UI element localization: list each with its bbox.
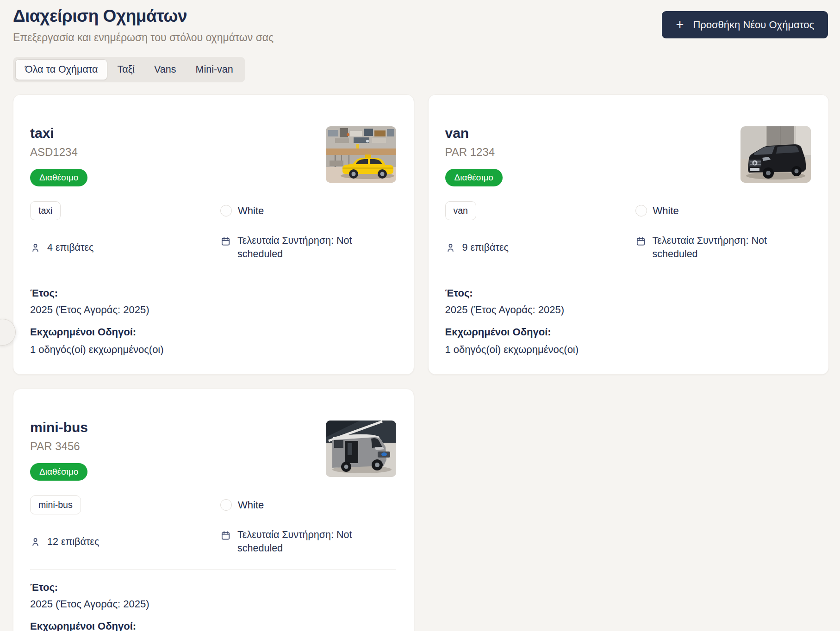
year-label: Έτος: [30,287,396,299]
maintenance-row: Τελευταία Συντήρηση: Not scheduled [635,234,788,261]
vehicle-card-grid: taxi ASD1234 Διαθέσιμο [13,94,829,631]
passengers-label: 12 επιβάτες [47,536,99,548]
add-vehicle-button-label: Προσθήκη Νέου Οχήματος [693,19,814,31]
calendar-icon [220,236,231,247]
status-badge: Διαθέσιμο [30,463,87,481]
vehicle-card-taxi: taxi ASD1234 Διαθέσιμο [13,94,414,375]
vehicle-type-tag: mini-bus [30,495,81,514]
card-head: mini-bus PAR 3456 Διαθέσιμο [30,408,396,481]
maintenance-label: Τελευταία Συντήρηση: Not scheduled [653,234,788,261]
vehicle-photo-van [740,126,811,183]
passengers-row: 4 επιβάτες [30,234,220,261]
vehicle-type-tag: taxi [30,201,61,220]
year-value: 2025 (Έτος Αγοράς: 2025) [445,304,811,316]
vehicle-filter-tabs: Όλα τα Οχήματα Ταξί Vans Mini-van [13,57,245,82]
page-subtitle: Επεξεργασία και ενημέρωση του στόλου οχη… [13,31,274,44]
maintenance-row: Τελευταία Συντήρηση: Not scheduled [220,528,373,555]
vehicle-color-label: White [238,499,264,511]
tab-taxi[interactable]: Ταξί [107,59,144,80]
vehicle-name: van [445,125,503,141]
vehicle-color-label: White [653,205,679,217]
vehicle-name: mini-bus [30,420,88,435]
color-circle-swatch [635,205,647,217]
card-divider [445,275,811,275]
plus-icon: + [676,18,684,31]
drivers-label: Εκχωρημένοι Οδηγοί: [30,326,396,338]
status-badge: Διαθέσιμο [445,169,503,186]
year-label: Έτος: [30,582,396,594]
card-head: taxi ASD1234 Διαθέσιμο [30,114,396,186]
card-divider [30,569,396,569]
vehicle-card-minibus: mini-bus PAR 3456 Διαθέσιμο [13,389,414,631]
color-circle-swatch [220,499,232,511]
year-label: Έτος: [445,287,811,299]
vehicle-color-row: White [220,201,396,220]
card-divider [30,275,396,275]
maintenance-label: Τελευταία Συντήρηση: Not scheduled [237,528,373,555]
tab-all-vehicles[interactable]: Όλα τα Οχήματα [15,59,107,80]
card-head: van PAR 1234 Διαθέσιμο [445,114,811,186]
year-value: 2025 (Έτος Αγοράς: 2025) [30,598,396,610]
color-circle-swatch [220,205,232,217]
vehicle-type-tag: van [445,201,476,220]
vehicle-plate: PAR 3456 [30,440,88,453]
vehicle-details: mini-bus White 12 επιβάτες Τελευταία Συν… [30,495,396,555]
calendar-icon [635,236,646,247]
header-titles: Διαχείριση Οχημάτων Επεξεργασία και ενημ… [13,6,274,44]
status-badge: Διαθέσιμο [30,169,87,186]
vehicle-color-label: White [238,205,264,217]
card-head-left: van PAR 1234 Διαθέσιμο [445,114,503,186]
passengers-label: 9 επιβάτες [462,242,509,254]
drivers-label: Εκχωρημένοι Οδηγοί: [30,620,396,631]
passengers-row: 9 επιβάτες [445,234,635,261]
vehicle-name: taxi [30,125,87,141]
calendar-icon [220,530,231,541]
add-vehicle-button[interactable]: + Προσθήκη Νέου Οχήματος [662,11,828,38]
vehicle-photo-minibus [326,421,396,477]
drivers-label: Εκχωρημένοι Οδηγοί: [445,326,811,338]
maintenance-label: Τελευταία Συντήρηση: Not scheduled [237,234,373,261]
person-icon [30,537,41,547]
card-head-left: mini-bus PAR 3456 Διαθέσιμο [30,408,88,481]
person-icon [30,242,41,253]
tab-vans[interactable]: Vans [144,59,186,80]
card-head-left: taxi ASD1234 Διαθέσιμο [30,114,87,186]
vehicle-card-van: van PAR 1234 Διαθέσιμο [428,94,829,375]
drivers-value: 1 οδηγός(οί) εκχωρημένος(οι) [30,344,396,356]
vehicle-photo-taxi [326,126,396,183]
vehicle-details: van White 9 επιβάτες Τελευταία Συντήρηση… [445,201,811,261]
vehicle-plate: PAR 1234 [445,146,503,159]
drivers-value: 1 οδηγός(οί) εκχωρημένος(οι) [445,344,811,356]
vehicle-color-row: White [220,495,396,514]
vehicle-details: taxi White 4 επιβάτες Τελευταία Συντήρησ… [30,201,396,261]
tab-minivan[interactable]: Mini-van [186,59,243,80]
vehicle-color-row: White [635,201,811,220]
vehicle-plate: ASD1234 [30,146,87,159]
maintenance-row: Τελευταία Συντήρηση: Not scheduled [220,234,373,261]
passengers-label: 4 επιβάτες [47,242,93,254]
page-title: Διαχείριση Οχημάτων [13,6,274,26]
page-header: Διαχείριση Οχημάτων Επεξεργασία και ενημ… [0,0,840,44]
person-icon [445,242,456,253]
passengers-row: 12 επιβάτες [30,528,220,555]
year-value: 2025 (Έτος Αγοράς: 2025) [30,304,396,316]
